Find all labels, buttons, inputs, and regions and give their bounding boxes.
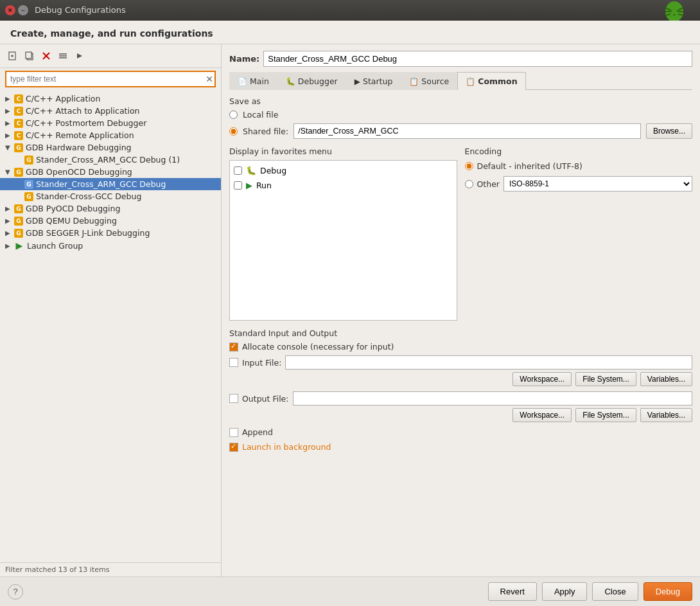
expand-all-button[interactable] xyxy=(72,48,87,64)
name-row: Name: xyxy=(229,51,692,67)
tree-item-gdb-openocd[interactable]: ▼ G GDB OpenOCD Debugging xyxy=(0,166,221,178)
launch-group-icon: ▶ xyxy=(14,240,24,251)
svg-marker-24 xyxy=(77,53,82,58)
local-file-radio[interactable] xyxy=(229,111,238,119)
help-button[interactable]: ? xyxy=(8,584,23,600)
left-toolbar xyxy=(0,44,221,68)
fav-debug-checkbox[interactable] xyxy=(234,166,242,175)
shared-file-input[interactable] xyxy=(293,123,641,139)
tree-item-cpp-application[interactable]: ▶ C C/C++ Application xyxy=(0,93,221,105)
source-tab-icon: 📋 xyxy=(409,77,419,86)
gdb-pyocd-icon: G xyxy=(14,204,23,213)
input-workspace-button[interactable]: Workspace... xyxy=(512,372,572,386)
tree-item-launch-group[interactable]: ▶ ▶ Launch Group xyxy=(0,239,221,252)
tree-item-gdb-segger[interactable]: ▶ G GDB SEGGER J-Link Debugging xyxy=(0,227,221,239)
fav-debug-item: 🐛 Debug xyxy=(232,163,454,178)
new-config-button[interactable] xyxy=(5,48,21,64)
tree-item-label: GDB OpenOCD Debugging xyxy=(26,167,132,177)
input-file-input[interactable] xyxy=(285,355,692,370)
delete-config-button[interactable] xyxy=(39,48,54,64)
shared-file-label[interactable]: Shared file: xyxy=(243,127,288,136)
allocate-console-label[interactable]: Allocate console (necessary for input) xyxy=(242,342,394,352)
tree-item-gdb-hardware[interactable]: ▼ G GDB Hardware Debugging xyxy=(0,141,221,154)
encoding-default-radio[interactable] xyxy=(465,162,473,170)
tab-source[interactable]: 📋 Source xyxy=(401,72,457,90)
expand-icon: ▶ xyxy=(5,132,13,139)
input-file-checkbox[interactable] xyxy=(229,358,238,367)
main-tab-icon: 📄 xyxy=(238,77,247,86)
tab-debugger[interactable]: 🐛 Debugger xyxy=(277,72,346,90)
startup-tab-icon: ▶ xyxy=(354,77,360,86)
encoding-other-radio[interactable] xyxy=(465,180,473,188)
stander-gcc-icon: G xyxy=(24,192,33,201)
launch-bg-checkbox[interactable] xyxy=(229,443,238,452)
shared-file-radio[interactable] xyxy=(229,127,238,136)
tree-item-gdb-pyocd[interactable]: ▶ G GDB PyOCD Debugging xyxy=(0,202,221,215)
filter-input[interactable] xyxy=(5,71,216,87)
launch-bg-label[interactable]: Launch in background xyxy=(242,442,331,452)
close-window-button[interactable]: ✕ xyxy=(5,5,15,15)
output-filesystem-button[interactable]: File System... xyxy=(575,408,636,422)
encoding-default-row: Default - inherited (UTF-8) xyxy=(465,161,693,171)
allocate-console-row: Allocate console (necessary for input) xyxy=(229,342,692,352)
encoding-select[interactable]: ISO-8859-1 UTF-8 US-ASCII xyxy=(503,176,692,192)
local-file-label[interactable]: Local file xyxy=(243,110,278,120)
tab-common[interactable]: 📋 Common xyxy=(457,72,525,90)
browse-button[interactable]: Browse... xyxy=(646,123,692,139)
debugger-tab-icon: 🐛 xyxy=(286,77,295,86)
name-input[interactable] xyxy=(263,51,692,67)
close-button[interactable]: Close xyxy=(592,582,638,601)
expand-icon: ▶ xyxy=(5,107,13,114)
favorites-label: Display in favorites menu xyxy=(229,147,457,156)
tree-item-cpp-postmortem[interactable]: ▶ C C/C++ Postmortem Debugger xyxy=(0,117,221,129)
cpp-post-icon: C xyxy=(14,119,23,128)
tree-item-label: C/C++ Attach to Application xyxy=(26,106,140,116)
tree-item-gdb-qemu[interactable]: ▶ G GDB QEMU Debugging xyxy=(0,215,221,227)
dialog-content: ✕ ▶ C C/C++ Application ▶ C C/C++ Attach… xyxy=(0,44,700,576)
input-filesystem-button[interactable]: File System... xyxy=(575,372,636,386)
dialog: Create, manage, and run configurations xyxy=(0,21,700,606)
window-controls[interactable]: ✕ – xyxy=(5,5,28,15)
tree-item-cpp-remote[interactable]: ▶ C C/C++ Remote Application xyxy=(0,129,221,141)
tree-item-stander-hw[interactable]: G Stander_Cross_ARM_GCC Debug (1) xyxy=(0,154,221,166)
input-variables-button[interactable]: Variables... xyxy=(640,372,692,386)
tree-item-label: GDB PyOCD Debugging xyxy=(26,204,120,213)
tab-source-label: Source xyxy=(421,76,449,86)
allocate-console-checkbox[interactable] xyxy=(229,343,238,352)
fav-run-checkbox[interactable] xyxy=(234,181,242,190)
tab-startup[interactable]: ▶ Startup xyxy=(346,72,401,90)
tab-debugger-label: Debugger xyxy=(298,76,338,86)
debug-button[interactable]: Debug xyxy=(643,582,692,601)
expand-icon: ▼ xyxy=(5,144,13,151)
output-file-row: Output File: xyxy=(229,391,692,405)
local-file-row: Local file xyxy=(229,110,692,120)
output-file-checkbox[interactable] xyxy=(229,394,238,403)
output-file-label[interactable]: Output File: xyxy=(242,394,289,404)
output-variables-button[interactable]: Variables... xyxy=(640,408,692,422)
duplicate-config-button[interactable] xyxy=(22,48,37,64)
append-checkbox[interactable] xyxy=(229,428,238,437)
minimize-window-button[interactable]: – xyxy=(18,5,28,15)
expand-icon: ▶ xyxy=(5,229,13,236)
tree-item-label: Stander_Cross_ARM_GCC Debug (1) xyxy=(36,155,180,165)
fav-run-item: ▶ Run xyxy=(232,178,454,193)
output-workspace-button[interactable]: Workspace... xyxy=(512,408,572,422)
input-file-label[interactable]: Input File: xyxy=(242,358,281,368)
append-label[interactable]: Append xyxy=(242,427,273,437)
tree-item-label: C/C++ Postmortem Debugger xyxy=(26,118,146,128)
fav-run-label: Run xyxy=(256,181,272,190)
filter-clear-button[interactable]: ✕ xyxy=(206,74,213,84)
tree-item-label: Stander_Cross_ARM_GCC Debug xyxy=(36,179,166,189)
tab-main[interactable]: 📄 Main xyxy=(229,72,277,90)
tree-item-cpp-attach[interactable]: ▶ C C/C++ Attach to Application xyxy=(0,105,221,117)
tree-item-stander-cross-gcc[interactable]: G Stander-Cross-GCC Debug xyxy=(0,190,221,202)
tree-item-label: GDB Hardware Debugging xyxy=(26,143,132,152)
stander-hw-icon: G xyxy=(24,156,33,165)
collapse-all-button[interactable] xyxy=(55,48,71,64)
tree-item-label: Stander-Cross-GCC Debug xyxy=(36,192,141,201)
tree-item-stander-openocd[interactable]: G Stander_Cross_ARM_GCC Debug xyxy=(0,178,221,190)
revert-button[interactable]: Revert xyxy=(488,582,537,601)
output-file-input[interactable] xyxy=(293,391,692,405)
apply-button[interactable]: Apply xyxy=(542,582,588,601)
common-tab-icon: 📋 xyxy=(466,77,475,86)
